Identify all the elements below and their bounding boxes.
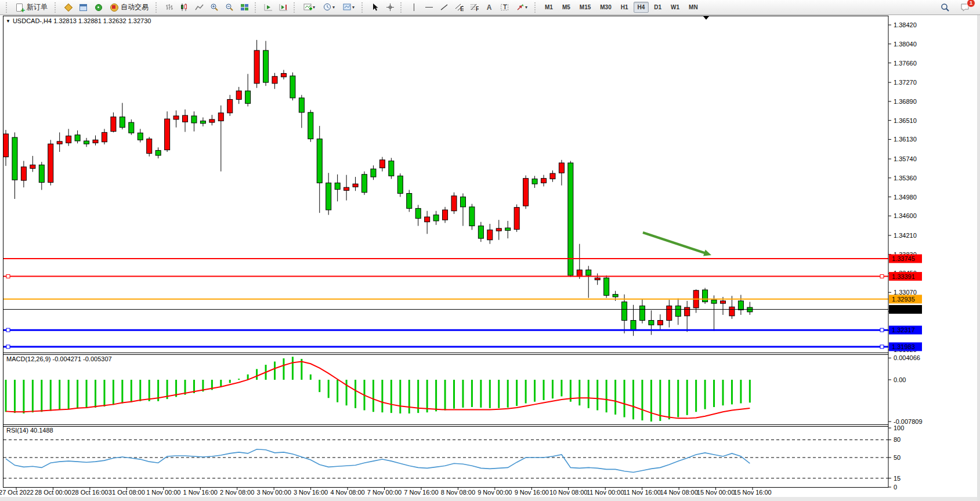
expand-triangle-icon[interactable]: ▼ bbox=[6, 19, 10, 24]
candle-body bbox=[371, 169, 376, 177]
macd-histogram-bar bbox=[14, 380, 16, 413]
candle-body bbox=[487, 230, 493, 239]
autotrading-button[interactable]: 自动交易 bbox=[106, 1, 152, 14]
price-line-label: 1.33745 bbox=[892, 255, 915, 262]
candle-body bbox=[379, 160, 385, 168]
candle-body bbox=[102, 132, 107, 141]
vertical-line-tool-button[interactable] bbox=[407, 1, 421, 14]
candle-body bbox=[254, 50, 259, 84]
timeframe-d1-button[interactable]: D1 bbox=[650, 2, 666, 13]
macd-histogram-bar bbox=[668, 380, 670, 419]
template-button[interactable]: ▾ bbox=[339, 1, 358, 14]
candle-body bbox=[443, 210, 448, 220]
line-handle[interactable] bbox=[6, 328, 10, 332]
trendline-icon bbox=[440, 3, 449, 12]
macd-histogram-bar bbox=[59, 380, 60, 410]
timeframe-m30-button[interactable]: M30 bbox=[596, 2, 615, 13]
horizontal-line-icon bbox=[425, 3, 433, 12]
candle-body bbox=[478, 226, 483, 239]
new-order-button[interactable]: + 新订单 bbox=[12, 1, 51, 14]
price-tick-label: 1.37660 bbox=[894, 60, 917, 67]
timeframe-m15-button[interactable]: M15 bbox=[576, 2, 595, 13]
channel-tool-button[interactable]: E bbox=[452, 1, 466, 14]
label-tool-button[interactable]: T bbox=[497, 1, 511, 14]
toolbar-grip bbox=[534, 2, 537, 13]
candle-body bbox=[111, 117, 116, 132]
macd-histogram-bar bbox=[498, 380, 500, 408]
candlestick-chart-button[interactable] bbox=[177, 1, 191, 14]
timeframe-m5-button[interactable]: M5 bbox=[558, 2, 574, 13]
cursor-tool-button[interactable] bbox=[368, 1, 382, 14]
candle-body bbox=[389, 161, 394, 176]
quotes-button[interactable] bbox=[61, 1, 75, 14]
autotrading-label: 自动交易 bbox=[121, 2, 149, 12]
time-axis-label: 3 Nov 16:00 bbox=[294, 489, 328, 496]
chart-canvas[interactable]: 1.384201.380401.376601.372701.368901.365… bbox=[0, 15, 980, 501]
chart-shift-button[interactable] bbox=[276, 1, 290, 14]
candle-body bbox=[505, 228, 511, 230]
macd-histogram-bar bbox=[552, 380, 554, 398]
add-indicator-button[interactable]: ▾ bbox=[300, 1, 319, 14]
macd-histogram-bar bbox=[426, 380, 428, 412]
zoom-out-button[interactable] bbox=[222, 1, 236, 14]
data-window-button[interactable] bbox=[76, 1, 90, 14]
price-tick-label: 1.36510 bbox=[894, 117, 917, 124]
chevron-down-icon: ▾ bbox=[313, 5, 315, 10]
rsi-tick-label: 80 bbox=[894, 436, 901, 443]
time-axis-label: 9 Nov 16:00 bbox=[515, 489, 549, 496]
candle-body bbox=[227, 99, 233, 112]
price-line-label: 1.32935 bbox=[892, 296, 915, 303]
time-axis-label: 11 Nov 16:00 bbox=[623, 489, 661, 496]
search-button[interactable] bbox=[938, 1, 952, 14]
time-axis-label: 1 Nov 00:00 bbox=[146, 489, 180, 496]
macd-histogram-bar bbox=[650, 380, 652, 422]
time-axis-label: 10 Nov 08:00 bbox=[549, 489, 587, 496]
line-chart-button[interactable] bbox=[192, 1, 206, 14]
arrows-tool-button[interactable]: ▾ bbox=[512, 1, 531, 14]
bar-chart-button[interactable] bbox=[162, 1, 176, 14]
candle-body bbox=[344, 187, 349, 190]
candle-body bbox=[496, 228, 501, 231]
toolbar-grip bbox=[6, 2, 9, 13]
candle-body bbox=[550, 173, 555, 179]
candle-body bbox=[353, 184, 358, 187]
line-handle[interactable] bbox=[6, 345, 10, 348]
macd-histogram-bar bbox=[373, 380, 374, 412]
arrow-shapes-icon bbox=[516, 3, 525, 12]
cursor-icon bbox=[371, 3, 379, 12]
period-button[interactable]: ▾ bbox=[320, 1, 338, 14]
macd-histogram-bar bbox=[453, 380, 455, 409]
text-tool-button[interactable]: A bbox=[482, 1, 496, 14]
line-handle[interactable] bbox=[880, 328, 884, 332]
zoom-in-button[interactable] bbox=[207, 1, 221, 14]
candle-body bbox=[657, 321, 663, 325]
auto-scroll-button[interactable] bbox=[261, 1, 275, 14]
macd-histogram-bar bbox=[310, 375, 312, 380]
timeframe-mn-button[interactable]: MN bbox=[685, 2, 702, 13]
line-handle[interactable] bbox=[880, 345, 884, 348]
timeframe-h1-button[interactable]: H1 bbox=[617, 2, 632, 13]
tile-windows-button[interactable] bbox=[237, 1, 251, 14]
timeframe-m1-button[interactable]: M1 bbox=[541, 2, 557, 13]
window-right-edge bbox=[977, 15, 980, 501]
crosshair-tool-button[interactable] bbox=[383, 1, 397, 14]
horizontal-line-tool-button[interactable] bbox=[422, 1, 436, 14]
timeframe-h4-button[interactable]: H4 bbox=[634, 2, 649, 13]
notifications-button[interactable]: 1 bbox=[958, 1, 972, 14]
macd-histogram-bar bbox=[229, 380, 231, 383]
candle-body bbox=[272, 77, 277, 84]
candle-body bbox=[75, 135, 80, 141]
candle-body bbox=[649, 321, 654, 325]
candle-body bbox=[613, 295, 618, 297]
search-icon bbox=[941, 3, 950, 12]
fibonacci-tool-button[interactable]: F bbox=[467, 1, 481, 14]
trendline-tool-button[interactable] bbox=[437, 1, 451, 14]
text-tool-icon: A bbox=[487, 3, 492, 12]
timeframe-w1-button[interactable]: W1 bbox=[667, 2, 684, 13]
line-handle[interactable] bbox=[880, 275, 884, 278]
candle-body bbox=[335, 183, 340, 189]
line-handle[interactable] bbox=[6, 275, 10, 278]
candle-body bbox=[362, 175, 367, 193]
candle-body bbox=[39, 165, 44, 182]
strategy-tester-button[interactable] bbox=[91, 1, 105, 14]
